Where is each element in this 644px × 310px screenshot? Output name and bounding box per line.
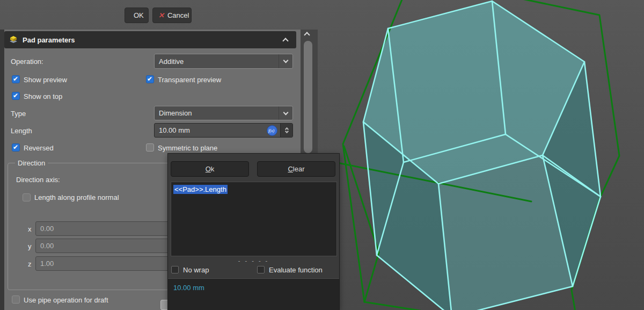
- chevron-down-icon: [283, 58, 289, 63]
- combo-arrow: [279, 106, 292, 120]
- type-label: Type: [11, 110, 26, 118]
- use-pipe-checkbox[interactable]: [12, 295, 20, 304]
- transparent-preview-label: Transparent preview: [158, 76, 221, 84]
- type-combobox[interactable]: Dimension: [154, 106, 293, 120]
- no-wrap-label: No wrap: [183, 266, 209, 274]
- ok-button-label: OK: [134, 11, 144, 19]
- reversed-label: Reversed: [24, 144, 54, 152]
- length-value: 10.00 mm: [159, 126, 190, 134]
- operation-combobox[interactable]: Additive: [154, 54, 293, 69]
- length-label: Length: [11, 127, 32, 135]
- expression-result-box: 10.00 mm: [168, 278, 339, 310]
- svg-text:f(x): f(x): [268, 128, 274, 133]
- cancel-button-label: Cancel: [167, 11, 189, 19]
- fx-expression-icon[interactable]: f(x): [267, 125, 277, 136]
- x-axis-label: x: [28, 225, 32, 233]
- expression-editor-dialog: Ok Clear <<Pad>>.Length - - - - - No wra…: [167, 153, 340, 310]
- dialog-ok-button[interactable]: Ok: [171, 161, 249, 177]
- x-axis-value: 0.00: [40, 225, 54, 233]
- y-axis-label: y: [28, 242, 32, 250]
- chevron-down-icon: [283, 110, 289, 115]
- expression-text-editor[interactable]: <<Pad>>.Length: [171, 182, 337, 256]
- no-wrap-checkbox[interactable]: [171, 266, 179, 273]
- clear-mnemonic: C: [288, 165, 292, 173]
- splitter-handle[interactable]: - - - - -: [168, 257, 339, 264]
- operation-value: Additive: [159, 57, 184, 66]
- spinner-down-icon[interactable]: [284, 129, 288, 133]
- along-normal-checkbox[interactable]: [23, 193, 31, 201]
- evaluate-function-label: Evaluate function: [269, 266, 323, 274]
- reversed-checkbox[interactable]: [12, 143, 20, 152]
- expression-selected-text: <<Pad>>.Length: [173, 185, 228, 194]
- y-axis-value: 0.00: [40, 242, 54, 250]
- show-preview-label: Show preview: [24, 76, 67, 84]
- direction-axis-label: Direction axis:: [16, 176, 60, 184]
- z-axis-label: z: [28, 260, 32, 268]
- ok-button[interactable]: OK: [125, 8, 149, 23]
- show-on-top-checkbox[interactable]: [12, 92, 20, 100]
- pad-icon: [8, 35, 19, 45]
- use-pipe-label: Use pipe operation for draft: [24, 296, 108, 304]
- symmetric-checkbox[interactable]: [146, 143, 154, 152]
- dialog-clear-button[interactable]: Clear: [257, 161, 335, 177]
- panel-title: Pad parameters: [23, 36, 75, 44]
- show-on-top-label: Show on top: [24, 92, 62, 100]
- show-preview-checkbox[interactable]: [12, 75, 20, 83]
- direction-group-title: Direction: [15, 159, 48, 167]
- transparent-preview-checkbox[interactable]: [146, 75, 154, 83]
- combo-arrow: [279, 54, 292, 68]
- z-axis-value: 1.00: [40, 259, 54, 268]
- expression-result-value: 10.00 mm: [173, 284, 204, 292]
- collapse-chevron-icon[interactable]: [282, 38, 288, 44]
- panel-left-edge: [0, 30, 4, 310]
- along-normal-label: Length along profile normal: [34, 193, 119, 201]
- ok-rest: k: [211, 165, 215, 173]
- operation-label: Operation:: [11, 57, 43, 66]
- scrollbar-thumb[interactable]: [304, 41, 312, 153]
- cancel-button[interactable]: ✕ Cancel: [152, 8, 192, 23]
- ok-mnemonic: O: [206, 165, 211, 173]
- clear-rest: lear: [293, 165, 305, 173]
- type-value: Dimension: [159, 109, 192, 117]
- length-input[interactable]: 10.00 mm f(x): [154, 123, 293, 138]
- evaluate-function-checkbox[interactable]: [257, 266, 265, 273]
- scrollbar-up-icon[interactable]: [304, 32, 310, 38]
- pad-parameters-header[interactable]: Pad parameters: [4, 31, 296, 48]
- cancel-x-icon: ✕: [158, 11, 164, 19]
- symmetric-label: Symmetric to plane: [158, 144, 217, 152]
- length-spinner[interactable]: [280, 124, 292, 137]
